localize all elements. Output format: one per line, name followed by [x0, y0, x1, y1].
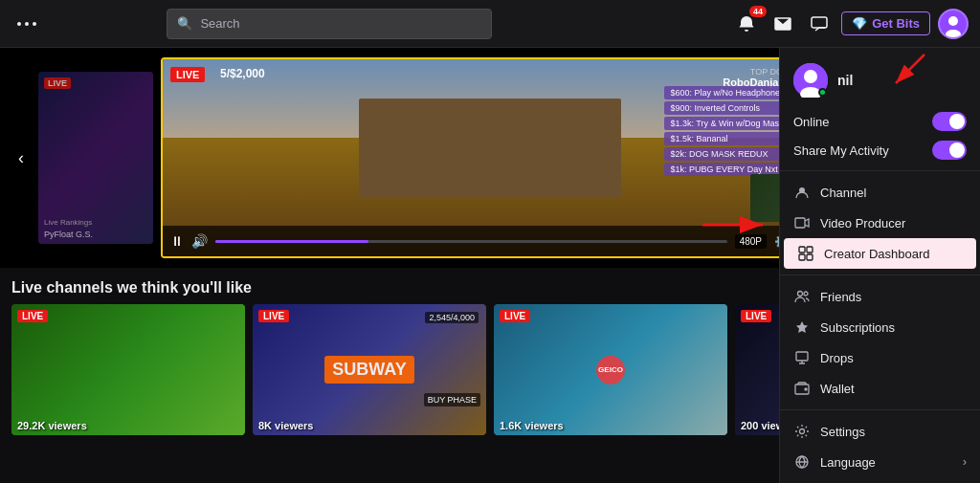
thumb-bg-2: SUBWAY	[253, 304, 486, 435]
svg-rect-13	[807, 254, 813, 260]
search-bar[interactable]: 🔍	[167, 9, 492, 39]
share-toggle-row: Share My Activity	[780, 136, 980, 165]
main-video-player[interactable]: LIVE 5/$2,000 TOP DONORS RoboDanjal $100…	[161, 57, 819, 258]
header-right: 44 💎 Get Bits	[732, 9, 969, 39]
svg-rect-12	[799, 254, 805, 260]
subscriptions-label: Subscriptions	[820, 320, 967, 335]
menu-item-drops[interactable]: Drops	[780, 342, 980, 373]
wallet-label: Wallet	[820, 382, 967, 396]
gem-icon: 💎	[852, 16, 867, 31]
stream-thumb-3: GEICO LIVE 1.6K viewers	[494, 304, 727, 435]
get-bits-button[interactable]: 💎 Get Bits	[841, 11, 930, 35]
progress-bar[interactable]	[215, 240, 727, 243]
menu-dots-button[interactable]	[11, 16, 42, 32]
svg-rect-17	[796, 352, 808, 361]
subscriptions-icon	[793, 318, 811, 336]
live-badge-2: LIVE	[258, 310, 289, 322]
friends-icon	[793, 288, 811, 305]
mute-button[interactable]: 🔊	[191, 233, 208, 249]
online-toggle-row: Online	[780, 107, 980, 136]
stream-card-2[interactable]: SUBWAY BUY PHASE LIVE 2,545/4,000 8K vie…	[253, 304, 486, 435]
goal-bar-2: 2,545/4,000	[425, 312, 479, 323]
online-toggle-knob	[949, 114, 965, 129]
svg-marker-16	[796, 321, 808, 333]
mail-icon[interactable]	[768, 10, 797, 38]
menu-divider-2	[780, 274, 980, 275]
side-thumb-bg-1: LIVE PyFloat G.S. Live Rankings	[38, 72, 153, 244]
wallet-icon	[793, 380, 811, 397]
search-input[interactable]	[200, 16, 481, 31]
settings-menu-icon	[793, 423, 811, 440]
notification-button[interactable]: 44	[732, 10, 761, 38]
live-badge-1: LIVE	[17, 310, 48, 322]
language-icon	[793, 453, 811, 471]
notification-count: 44	[749, 6, 767, 17]
carousel-prev-button[interactable]: ‹	[8, 144, 34, 171]
side-rank-1: Live Rankings	[44, 218, 92, 227]
side-live-badge-1: LIVE	[44, 77, 71, 89]
svg-rect-9	[795, 218, 805, 228]
user-section: nil	[780, 55, 980, 107]
menu-item-video-producer[interactable]: Video Producer	[780, 208, 980, 238]
settings-label: Settings	[820, 425, 967, 439]
stream-thumb-1: LIVE 29.2K viewers	[11, 304, 245, 435]
viewer-count-1: 29.2K viewers	[17, 420, 87, 431]
user-avatar	[793, 63, 828, 98]
creator-dashboard-label: Creator Dashboard	[824, 247, 963, 261]
share-toggle-knob	[949, 143, 965, 158]
stream-thumb-2: SUBWAY BUY PHASE LIVE 2,545/4,000 8K vie…	[253, 304, 486, 435]
video-producer-label: Video Producer	[820, 216, 967, 231]
language-label: Language	[820, 455, 953, 470]
menu-divider-1	[780, 170, 980, 171]
friends-label: Friends	[820, 290, 967, 304]
share-toggle[interactable]	[932, 141, 967, 160]
live-badge-3: LIVE	[500, 310, 530, 322]
video-building	[359, 99, 621, 197]
menu-item-friends[interactable]: Friends	[780, 281, 980, 312]
creator-dashboard-icon	[797, 245, 814, 262]
quality-badge[interactable]: 480P	[735, 234, 767, 249]
drops-label: Drops	[820, 351, 967, 365]
stream-card-1[interactable]: LIVE 29.2K viewers	[11, 304, 245, 435]
header: 🔍 44 💎 Get Bits	[0, 0, 980, 48]
channel-icon	[793, 184, 811, 201]
video-producer-icon	[793, 214, 811, 231]
drops-icon	[793, 349, 811, 366]
video-controls-bar: ⏸ 🔊 480P ⚙️ ⛶	[163, 226, 817, 256]
carousel-side-thumb-left[interactable]: LIVE PyFloat G.S. Live Rankings	[38, 72, 153, 244]
svg-point-14	[798, 292, 803, 296]
chat-icon[interactable]	[805, 10, 834, 38]
svg-rect-11	[807, 247, 813, 252]
menu-item-wallet[interactable]: Wallet	[780, 373, 980, 404]
username: nil	[837, 73, 853, 88]
menu-item-subscriptions[interactable]: Subscriptions	[780, 312, 980, 342]
play-pause-button[interactable]: ⏸	[170, 233, 184, 249]
side-game-label-1: PyFloat G.S.	[44, 230, 93, 239]
user-avatar-button[interactable]	[938, 9, 969, 39]
geico-logo: GEICO	[596, 356, 625, 384]
viewer-count-2: 8K viewers	[258, 420, 313, 431]
menu-item-creator-dashboard[interactable]: Creator Dashboard	[784, 238, 976, 269]
menu-item-dark-theme[interactable]: Dark Theme	[780, 477, 980, 483]
menu-divider-3	[780, 409, 980, 410]
donation-goal: 5/$2,000	[220, 67, 265, 80]
online-indicator	[818, 88, 827, 97]
svg-rect-10	[799, 247, 805, 252]
stream-card-3[interactable]: GEICO LIVE 1.6K viewers	[494, 304, 727, 435]
viewer-count-3: 1.6K viewers	[500, 420, 564, 431]
svg-point-6	[804, 70, 817, 83]
live-badge-4: LIVE	[741, 310, 771, 322]
main-live-badge: LIVE	[170, 67, 205, 82]
svg-point-20	[800, 429, 805, 434]
search-icon: 🔍	[177, 16, 192, 31]
menu-item-language[interactable]: Language ›	[780, 447, 980, 477]
buy-phase-label: BUY PHASE	[424, 393, 480, 406]
language-chevron: ›	[963, 455, 967, 469]
online-toggle[interactable]	[932, 112, 967, 131]
svg-point-15	[804, 292, 808, 296]
menu-item-channel[interactable]: Channel	[780, 177, 980, 208]
svg-rect-1	[812, 17, 827, 28]
menu-item-settings[interactable]: Settings	[780, 416, 980, 447]
thumb-bg-1	[11, 304, 245, 435]
get-bits-label: Get Bits	[872, 16, 920, 31]
